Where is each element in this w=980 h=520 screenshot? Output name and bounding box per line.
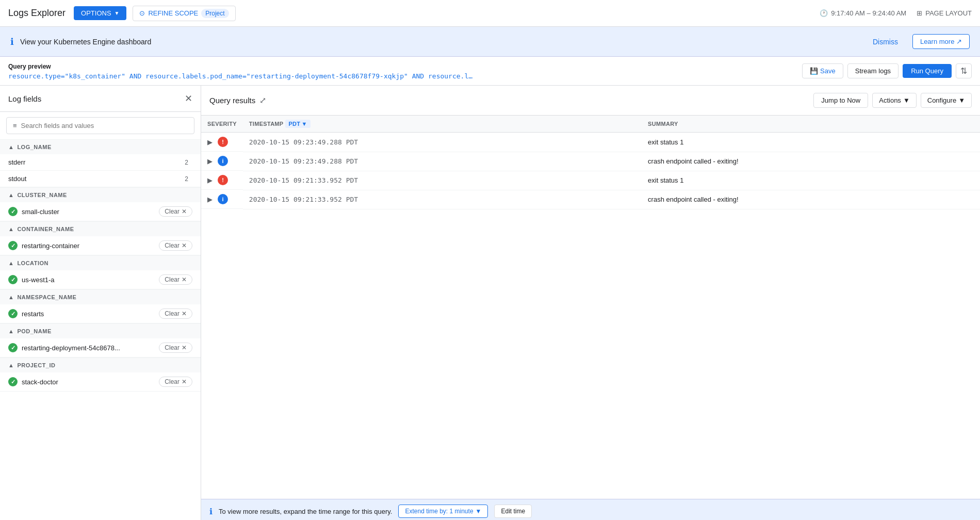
- extend-time-banner: ℹ To view more results, expand the time …: [201, 499, 980, 520]
- query-preview-label: Query preview: [8, 63, 51, 70]
- field-restarts: restarts: [8, 309, 44, 318]
- col-header-summary: SUMMARY: [642, 116, 980, 133]
- query-results-panel: Query results ⤢ Jump to Now Actions ▼ Co…: [201, 86, 980, 520]
- expand-results-icon[interactable]: ⤢: [259, 95, 266, 105]
- field-us-west1-a: us-west1-a: [8, 275, 55, 284]
- col-header-severity: SEVERITY: [201, 116, 243, 133]
- jump-to-now-button[interactable]: Jump to Now: [813, 93, 868, 108]
- field-group-cluster-name[interactable]: ▲ CLUSTER_NAME: [0, 187, 201, 202]
- clear-x-icon: ✕: [182, 344, 187, 351]
- configure-chevron-icon: ▼: [958, 96, 965, 104]
- expand-query-button[interactable]: ⇅: [956, 63, 972, 78]
- clear-x-icon: ✕: [182, 276, 187, 283]
- table-row[interactable]: ▶i2020-10-15 09:23:49.288 PDTcrash endpo…: [201, 152, 980, 171]
- list-item: restarting-deployment-54c8678... Clear ✕: [0, 338, 201, 358]
- field-group-pod-name[interactable]: ▲ POD_NAME: [0, 323, 201, 338]
- pdt-filter-chevron-icon: ▼: [301, 121, 307, 127]
- table-row[interactable]: ▶!2020-10-15 09:21:33.952 PDTexit status…: [201, 171, 980, 190]
- query-text[interactable]: resource.type="k8s_container" AND resour…: [8, 72, 796, 80]
- time-range[interactable]: 🕐 9:17:40 AM – 9:24:40 AM: [820, 9, 906, 17]
- field-stdout: stdout: [8, 175, 26, 183]
- check-icon: [8, 241, 18, 250]
- check-icon: [8, 275, 18, 284]
- list-item: stack-doctor Clear ✕: [0, 372, 201, 392]
- top-nav: Logs Explorer OPTIONS ▼ ⊙ REFINE SCOPE P…: [0, 0, 980, 27]
- clear-project-id-button[interactable]: Clear ✕: [159, 377, 192, 387]
- row-expand-icon[interactable]: ▶: [207, 176, 213, 184]
- field-stderr: stderr: [8, 158, 25, 166]
- refine-scope-icon: ⊙: [139, 9, 145, 17]
- info-banner: ℹ View your Kubernetes Engine dashboard …: [0, 27, 980, 57]
- check-icon: [8, 377, 18, 386]
- field-group-namespace-name[interactable]: ▲ NAMESPACE_NAME: [0, 289, 201, 304]
- main-layout: Log fields ✕ ≡ ▲ LOG_NAME stderr 2 stdou…: [0, 86, 980, 520]
- field-group-project-id[interactable]: ▲ PROJECT_ID: [0, 358, 201, 372]
- clear-namespace-button[interactable]: Clear ✕: [159, 308, 192, 319]
- clear-x-icon: ✕: [182, 242, 187, 249]
- field-group-container-name[interactable]: ▲ CONTAINER_NAME: [0, 221, 201, 236]
- close-log-fields-button[interactable]: ✕: [185, 93, 192, 104]
- field-group-location[interactable]: ▲ LOCATION: [0, 255, 201, 270]
- project-tag: Project: [201, 9, 228, 18]
- severity-badge: !: [218, 137, 228, 147]
- list-item: small-cluster Clear ✕: [0, 202, 201, 221]
- clear-location-button[interactable]: Clear ✕: [159, 274, 192, 285]
- severity-badge: !: [218, 175, 228, 185]
- pdt-filter-tag[interactable]: PDT ▼: [285, 120, 310, 128]
- dismiss-button[interactable]: Dismiss: [873, 38, 898, 46]
- layout-icon: ⊞: [917, 9, 922, 17]
- extend-info-icon: ℹ: [209, 507, 213, 516]
- check-icon: [8, 343, 18, 352]
- configure-button[interactable]: Configure ▼: [921, 93, 972, 108]
- app-title: Logs Explorer: [8, 8, 66, 19]
- search-fields-input[interactable]: [21, 122, 188, 129]
- actions-button[interactable]: Actions ▼: [872, 93, 917, 108]
- clear-container-name-button[interactable]: Clear ✕: [159, 240, 192, 251]
- row-expand-icon[interactable]: ▶: [207, 138, 213, 146]
- collapse-icon: ▲: [8, 362, 14, 368]
- table-row[interactable]: ▶!2020-10-15 09:23:49.288 PDTexit status…: [201, 133, 980, 152]
- extend-time-button[interactable]: Extend time by: 1 minute ▼: [398, 505, 488, 518]
- run-query-button[interactable]: Run Query: [903, 64, 952, 78]
- search-fields-container: ≡: [6, 117, 194, 134]
- results-actions: Jump to Now Actions ▼ Configure ▼: [813, 93, 972, 108]
- options-arrow-icon: ▼: [115, 10, 120, 16]
- save-icon: 💾: [810, 67, 818, 75]
- table-row[interactable]: ▶i2020-10-15 09:21:33.952 PDTcrash endpo…: [201, 190, 980, 209]
- log-fields-header: Log fields ✕: [0, 86, 201, 112]
- options-button[interactable]: OPTIONS ▼: [74, 6, 126, 20]
- query-results-header: Query results ⤢ Jump to Now Actions ▼ Co…: [201, 86, 980, 116]
- list-item: restarting-container Clear ✕: [0, 236, 201, 255]
- query-results-title: Query results ⤢: [209, 95, 266, 105]
- list-item: restarts Clear ✕: [0, 304, 201, 323]
- summary-cell: crash endpoint called - exiting!: [642, 152, 980, 171]
- nav-right: 🕐 9:17:40 AM – 9:24:40 AM ⊞ PAGE LAYOUT: [820, 9, 972, 17]
- save-button[interactable]: 💾 Save: [802, 63, 843, 78]
- row-expand-icon[interactable]: ▶: [207, 196, 213, 203]
- collapse-icon: ▲: [8, 144, 14, 150]
- field-group-log-name[interactable]: ▲ LOG_NAME: [0, 139, 201, 154]
- extend-chevron-icon: ▼: [476, 508, 482, 515]
- clear-pod-name-button[interactable]: Clear ✕: [159, 343, 192, 353]
- row-expand-icon[interactable]: ▶: [207, 157, 213, 165]
- results-table: SEVERITY TIMESTAMP PDT ▼: [201, 116, 980, 499]
- clear-x-icon: ✕: [182, 208, 187, 215]
- collapse-icon: ▲: [8, 192, 14, 198]
- info-icon: ℹ: [10, 36, 14, 47]
- page-layout-button[interactable]: ⊞ PAGE LAYOUT: [917, 9, 972, 17]
- collapse-icon: ▲: [8, 260, 14, 266]
- summary-cell: crash endpoint called - exiting!: [642, 190, 980, 209]
- query-actions: 💾 Save Stream logs Run Query ⇅: [802, 63, 972, 78]
- clear-cluster-name-button[interactable]: Clear ✕: [159, 206, 192, 217]
- severity-badge: i: [218, 156, 228, 166]
- info-banner-text: View your Kubernetes Engine dashboard: [20, 38, 867, 46]
- extend-banner-message: To view more results, expand the time ra…: [219, 508, 392, 515]
- timestamp-cell: 2020-10-15 09:23:49.288 PDT: [243, 152, 642, 171]
- collapse-icon: ▲: [8, 226, 14, 232]
- check-icon: [8, 207, 18, 216]
- field-pod-name: restarting-deployment-54c8678...: [8, 343, 120, 352]
- stream-logs-button[interactable]: Stream logs: [847, 63, 899, 78]
- learn-more-button[interactable]: Learn more ↗: [912, 34, 970, 49]
- refine-scope-button[interactable]: ⊙ REFINE SCOPE Project: [133, 6, 235, 21]
- edit-time-button[interactable]: Edit time: [494, 505, 532, 518]
